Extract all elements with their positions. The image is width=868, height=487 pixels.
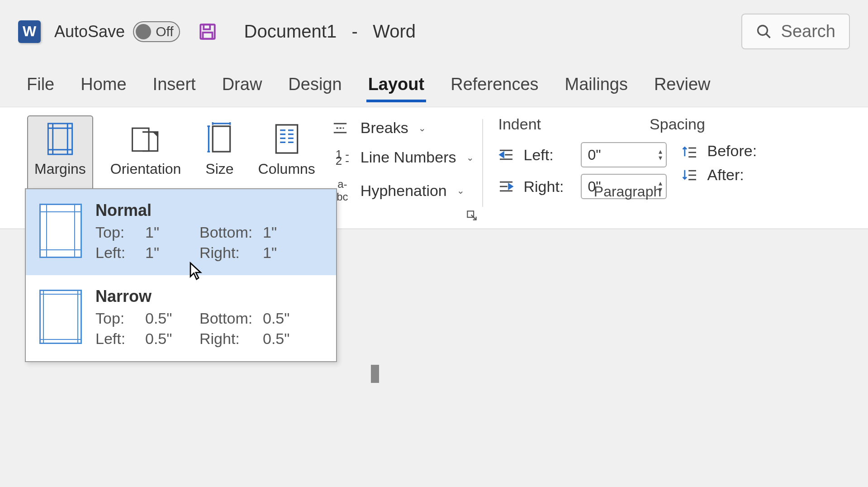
spacing-before-icon (682, 145, 700, 158)
page-setup-stack: Breaks ⌄ 1 -2 - Line Numbers ⌄ a-bc Hyph… (332, 115, 474, 203)
spacing-after-label: After: (707, 166, 757, 184)
page-edge (371, 365, 379, 383)
line-numbers-button[interactable]: 1 -2 - Line Numbers ⌄ (332, 148, 474, 166)
margins-dropdown: Normal Top: 1" Bottom: 1" Left: 1" Right… (25, 188, 337, 362)
search-placeholder: Search (781, 22, 835, 41)
margin-preview-icon (39, 290, 82, 344)
tab-insert[interactable]: Insert (151, 72, 198, 102)
spinner-arrows-icon[interactable]: ▴▾ (655, 148, 666, 161)
svg-rect-1 (204, 24, 210, 29)
orientation-icon (130, 121, 161, 157)
svg-rect-11 (213, 126, 230, 152)
word-logo-icon: W (18, 20, 41, 43)
search-icon (756, 24, 772, 40)
indent-header: Indent (498, 115, 541, 133)
margins-button[interactable]: Margins ⌄ (27, 115, 93, 197)
svg-rect-18 (276, 125, 297, 153)
margin-option-narrow[interactable]: Narrow Top: 0.5" Bottom: 0.5" Left: 0.5"… (26, 275, 336, 361)
orientation-button[interactable]: Orientation ⌄ (103, 115, 189, 197)
spacing-after-icon (682, 169, 700, 181)
columns-icon (273, 121, 300, 157)
chevron-down-icon: ⌄ (466, 152, 474, 163)
margin-preview-icon (39, 204, 82, 258)
tab-design[interactable]: Design (286, 72, 343, 102)
columns-button[interactable]: Columns ⌄ (251, 115, 323, 197)
chevron-down-icon: ⌄ (457, 185, 465, 196)
toggle-knob-icon (136, 24, 151, 39)
tab-file[interactable]: File (25, 72, 56, 102)
tab-layout[interactable]: Layout (366, 72, 427, 102)
tab-draw[interactable]: Draw (220, 72, 264, 102)
autosave-control: AutoSave Off (54, 21, 180, 42)
indent-left-label: Left: (524, 146, 574, 164)
svg-point-3 (758, 25, 767, 35)
size-icon (206, 121, 233, 157)
svg-rect-2 (203, 32, 212, 38)
ribbon-tabs: File Home Insert Draw Design Layout Refe… (0, 58, 868, 107)
breaks-icon (332, 121, 352, 135)
margin-option-title: Narrow (95, 287, 323, 306)
margin-option-title: Normal (95, 201, 323, 220)
paragraph-group-label: Paragraph (498, 183, 757, 200)
margin-option-normal[interactable]: Normal Top: 1" Bottom: 1" Left: 1" Right… (26, 189, 336, 275)
size-button[interactable]: Size ⌄ (198, 115, 241, 197)
tab-home[interactable]: Home (79, 72, 128, 102)
breaks-button[interactable]: Breaks ⌄ (332, 119, 474, 137)
autosave-toggle[interactable]: Off (133, 21, 180, 42)
search-box[interactable]: Search (741, 14, 850, 49)
tab-review[interactable]: Review (652, 72, 712, 102)
spacing-header: Spacing (650, 115, 705, 133)
line-numbers-icon: 1 -2 - (332, 151, 352, 164)
indent-left-input[interactable]: 0" ▴▾ (581, 142, 667, 167)
page-setup-launcher-icon[interactable] (467, 210, 477, 220)
tab-references[interactable]: References (449, 72, 540, 102)
tab-mailings[interactable]: Mailings (563, 72, 630, 102)
autosave-state: Off (156, 24, 173, 39)
indent-left-icon (498, 148, 517, 161)
autosave-label: AutoSave (54, 22, 125, 41)
title-bar: W AutoSave Off Document1 - Word Search (0, 0, 868, 58)
document-title: Document1 - Word (244, 21, 416, 42)
svg-line-4 (766, 33, 770, 38)
margins-icon (47, 121, 74, 157)
save-icon[interactable] (198, 22, 217, 41)
hyphenation-button[interactable]: a-bc Hyphenation ⌄ (332, 178, 474, 203)
chevron-down-icon: ⌄ (418, 123, 426, 134)
paragraph-group: Indent Spacing Left: 0" ▴▾ (483, 115, 766, 225)
spacing-before-label: Before: (707, 142, 757, 160)
